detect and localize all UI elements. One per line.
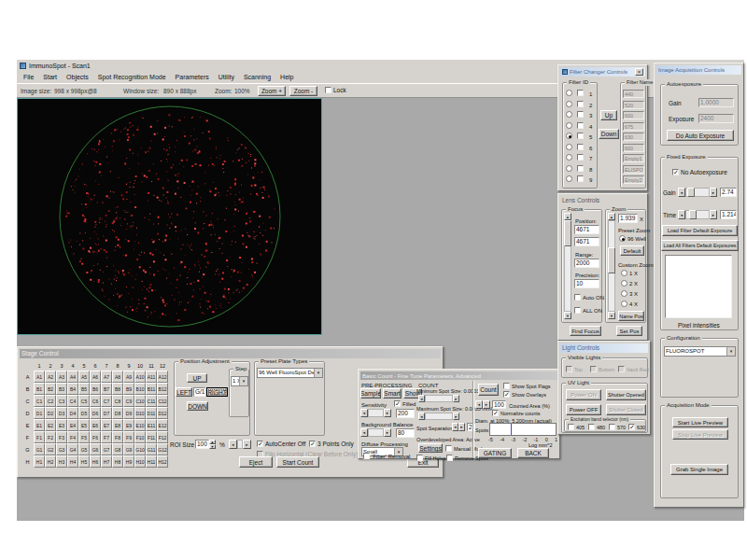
well-cell[interactable]: C6 [90, 395, 101, 407]
well-cell[interactable]: F6 [90, 431, 101, 443]
background-balance-field[interactable]: 80 [396, 428, 415, 438]
filter-checkbox[interactable] [577, 101, 585, 107]
well-cell[interactable]: C3 [56, 395, 67, 407]
well-cell[interactable]: G7 [101, 443, 112, 455]
do-auto-exposure-button[interactable]: Do Auto Exposure [667, 130, 734, 141]
shutter-opened-button[interactable]: Shutter Opened [606, 389, 646, 400]
well-cell[interactable]: B9 [123, 383, 134, 395]
well-cell[interactable]: C4 [67, 395, 78, 407]
image-acquisition-titlebar[interactable]: Image Acquisition Controls [656, 65, 741, 75]
well-cell[interactable]: F1 [34, 431, 45, 443]
well-cell[interactable]: H2 [45, 455, 56, 468]
load-all-filters-button[interactable]: Load All Filters Default Exposures [661, 240, 739, 251]
well-cell[interactable]: F10 [134, 431, 146, 443]
well-cell[interactable]: B8 [112, 383, 123, 395]
menu-help[interactable]: Help [275, 73, 298, 81]
well-cell[interactable]: D8 [112, 407, 123, 419]
separation-field[interactable]: 2 [467, 423, 475, 431]
well-cell[interactable]: H9 [123, 455, 134, 468]
filter-checkbox[interactable] [577, 111, 585, 118]
well-cell[interactable]: E5 [78, 419, 90, 431]
spot-count-titlebar[interactable]: Basic Count - Fine Tune Parameters, Adva… [360, 371, 557, 380]
menu-utility[interactable]: Utility [214, 73, 239, 81]
well-cell[interactable]: C11 [146, 395, 157, 407]
custom-zoom-radio[interactable]: 1 X [621, 270, 638, 276]
gain-scroll-left-icon[interactable]: ◂ [678, 188, 685, 197]
well-cell[interactable]: C12 [157, 395, 168, 407]
well-cell[interactable]: D6 [90, 407, 101, 419]
lens-controls-titlebar[interactable]: Lens Controls [560, 196, 645, 205]
well-cell[interactable]: D4 [67, 407, 78, 419]
zoom-in-button[interactable]: Zoom + [258, 86, 286, 96]
gain-scroll-thumb[interactable] [687, 188, 695, 197]
configuration-combobox[interactable]: FLUOROSPOT ▾ [664, 346, 736, 357]
max-spot-scroll-left-icon[interactable]: ◂ [418, 413, 425, 420]
move-left-button[interactable]: LEFT [176, 387, 192, 397]
filter-radio[interactable] [566, 90, 572, 96]
well-cell[interactable]: F5 [78, 431, 90, 443]
well-cell[interactable]: H4 [67, 455, 78, 468]
well-cell[interactable]: B1 [34, 383, 45, 395]
filter-checkbox[interactable] [577, 154, 585, 161]
well-cell[interactable]: C1 [34, 395, 45, 407]
well-cell[interactable]: F11 [146, 431, 157, 443]
separation-decrease-icon[interactable]: ◂ [452, 423, 458, 431]
roi-size-field[interactable]: 100 [195, 440, 209, 449]
menu-parameters[interactable]: Parameters [171, 73, 214, 81]
well-cell[interactable]: H6 [90, 455, 101, 468]
well-cell[interactable]: F7 [101, 431, 112, 443]
well-cell[interactable]: C7 [101, 395, 112, 407]
well-cell[interactable]: E11 [146, 419, 157, 431]
custom-zoom-radio[interactable]: 2 X [621, 280, 638, 287]
max-spot-scroll-right-icon[interactable]: ▸ [453, 413, 459, 420]
power-off-button[interactable]: Power OFF [566, 404, 601, 415]
well-cell[interactable]: B11 [146, 383, 157, 395]
preset-plate-combobox[interactable]: 96 Well FluoroSpot Demo ▾ [257, 368, 323, 378]
well-cell[interactable]: A2 [45, 371, 56, 383]
roi-spin-down-icon[interactable]: ▾ [209, 444, 216, 449]
well-cell[interactable]: D2 [45, 407, 56, 419]
well-cell[interactable]: G10 [134, 443, 146, 455]
well-cell[interactable]: B3 [56, 383, 67, 395]
well-cell[interactable]: A5 [78, 371, 90, 383]
time-scroll-thumb[interactable] [689, 210, 697, 219]
show-overlays-checkbox[interactable]: Show Overlays [503, 391, 546, 398]
background-scroll-left-icon[interactable]: ◂ [360, 428, 368, 437]
zoom-out-button[interactable]: Zoom - [289, 86, 317, 96]
well-cell[interactable]: F3 [56, 431, 67, 443]
move-up-button[interactable]: UP [187, 373, 207, 383]
sensitivity-scroll-track[interactable] [368, 409, 384, 417]
well-cell[interactable]: H3 [56, 455, 67, 468]
well-cell[interactable]: C5 [78, 395, 90, 407]
all-on-checkbox[interactable]: ALL ON [574, 307, 602, 314]
filter-checkbox[interactable] [577, 90, 585, 96]
move-right-button[interactable]: RIGHT [206, 387, 228, 397]
well-cell[interactable]: D12 [157, 407, 168, 419]
well-cell[interactable]: E9 [123, 419, 134, 431]
start-count-button[interactable]: Start Count [276, 456, 319, 468]
excitation-checkbox[interactable]: 570 [609, 424, 626, 430]
well-cell[interactable]: C2 [45, 395, 56, 407]
filter-checkbox[interactable] [577, 144, 585, 150]
counted-area-left-icon[interactable]: ◂ [475, 400, 483, 409]
well-cell[interactable]: A4 [67, 371, 78, 383]
eject-button[interactable]: Eject [239, 456, 273, 468]
well-cell[interactable]: G12 [157, 443, 168, 455]
smart-button[interactable]: Smart [383, 388, 402, 399]
well-cell[interactable]: A7 [101, 371, 112, 383]
well-cell[interactable]: A1 [34, 371, 45, 383]
autocenter-checkbox[interactable]: AutoCenter Off [257, 441, 305, 447]
well-cell[interactable]: E1 [34, 419, 45, 431]
well-cell[interactable]: E10 [134, 419, 146, 431]
close-icon[interactable]: × [635, 68, 643, 76]
filter-radio[interactable] [566, 101, 572, 107]
filter-radio[interactable] [566, 165, 572, 172]
well-cell[interactable]: G1 [34, 443, 45, 455]
settings-button[interactable]: Settings [418, 443, 443, 453]
well-cell[interactable]: A3 [56, 371, 67, 383]
well-cell[interactable]: F9 [123, 431, 134, 443]
counted-area-field[interactable]: 100 [492, 400, 506, 409]
background-scroll-right-icon[interactable]: ▸ [384, 428, 391, 437]
filled-checkbox[interactable]: Filled [394, 400, 416, 407]
count-button[interactable]: Count [478, 384, 499, 396]
